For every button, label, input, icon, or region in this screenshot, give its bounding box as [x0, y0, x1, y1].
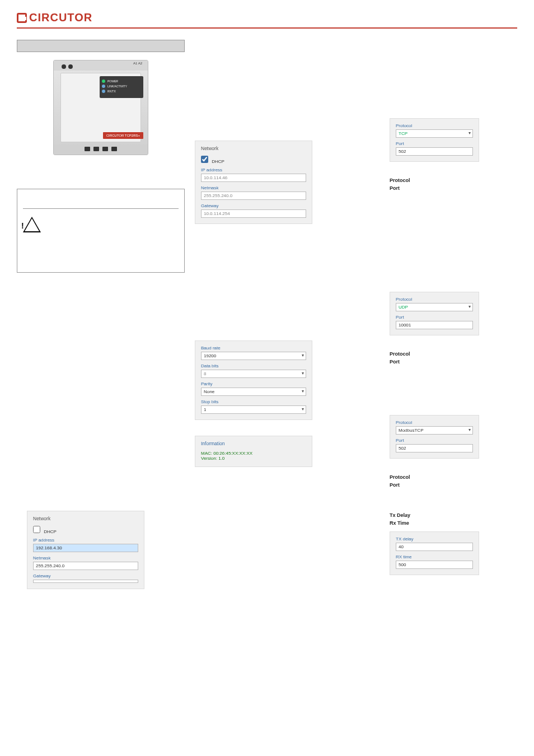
- panel-title: Information: [201, 441, 306, 446]
- information-panel: Information MAC: 00:26:45:XX:XX:XX Versi…: [195, 436, 312, 467]
- warning-exclamation-icon: !: [21, 221, 24, 230]
- version-line: Version: 1.0: [201, 456, 306, 461]
- logo-text: CIRCUTOR: [29, 11, 92, 24]
- warning-triangle-icon: [23, 217, 41, 232]
- netmask-field[interactable]: 255.255.240.0: [201, 192, 306, 200]
- protocol-panel-modbus: Protocol ModbusTCP Port 502: [390, 415, 479, 459]
- port-bold-label: Port: [390, 482, 534, 488]
- protocol-bold-label: Protocol: [390, 351, 534, 357]
- stopbits-select[interactable]: 1: [201, 405, 306, 414]
- modbus-section: Protocol ModbusTCP Port 502 Protocol Por…: [390, 415, 534, 488]
- txdelay-label: TX delay: [396, 536, 473, 542]
- led-rxtx-label: RX/TX: [107, 90, 116, 93]
- dhcp-checkbox[interactable]: [201, 156, 208, 163]
- column-middle: Network DHCP IP address 10.0.114.46 Netm…: [195, 40, 363, 605]
- warning-inner: !: [23, 208, 179, 259]
- rxtime-label: RX time: [396, 554, 473, 559]
- protocol-label: Protocol: [396, 123, 473, 128]
- ip-field[interactable]: 192.168.4.30: [33, 544, 138, 552]
- dhcp-label: DHCP: [44, 529, 57, 534]
- port-label: Port: [396, 438, 473, 443]
- netmask-field[interactable]: 255.255.240.0: [33, 562, 138, 570]
- warning-box: !: [17, 189, 185, 273]
- protocol-panel-tcp: Protocol TCP Port 502: [390, 118, 479, 162]
- rxtime-bold-label: Rx Time: [390, 520, 534, 526]
- device-illustration: A1 A2 POWER LINK/ACTIVITY RX/TX CIRCUTOR…: [53, 60, 148, 155]
- led-rxtx-dot: [102, 90, 105, 93]
- port-bold-label: Port: [390, 359, 534, 365]
- port-icon: [102, 147, 108, 151]
- gateway-field[interactable]: 10.0.114.254: [201, 209, 306, 218]
- protocol-panel-udp: Protocol UDP Port 10001: [390, 292, 479, 335]
- txdelay-field[interactable]: 40: [396, 543, 473, 551]
- led-link-dot: [102, 85, 105, 88]
- network-panel-dhcp: Network DHCP IP address 10.0.114.46 Netm…: [195, 141, 312, 224]
- protocol-select[interactable]: ModbusTCP: [396, 426, 473, 435]
- netmask-label: Netmask: [33, 556, 138, 561]
- timing-panel: TX delay 40 RX time 500: [390, 531, 479, 575]
- ip-label: IP address: [33, 538, 138, 543]
- led-link-label: LINK/ACTIVITY: [107, 85, 127, 88]
- device-led-panel: POWER LINK/ACTIVITY RX/TX: [100, 76, 143, 98]
- parity-label: Parity: [201, 381, 306, 386]
- protocol-select[interactable]: TCP: [396, 129, 473, 138]
- device-bottom-row: [54, 144, 148, 155]
- port-label: Port: [396, 141, 473, 146]
- rxtime-field[interactable]: 500: [396, 561, 473, 569]
- baud-label: Baud rate: [201, 346, 306, 351]
- protocol-label: Protocol: [396, 297, 473, 302]
- section-title-box: [17, 40, 185, 52]
- dhcp-checkbox-row[interactable]: DHCP: [201, 159, 224, 164]
- gateway-label: Gateway: [33, 573, 138, 578]
- port-bold-label: Port: [390, 185, 534, 191]
- port-icon: [111, 147, 117, 151]
- udp-section: Protocol UDP Port 10001 Protocol Port: [390, 292, 534, 365]
- protocol-bold-label: Protocol: [390, 474, 534, 480]
- baud-select[interactable]: 19200: [201, 352, 306, 360]
- serial-settings-panel: Baud rate 19200 Data bits 8 Parity None …: [195, 340, 312, 420]
- port-field[interactable]: 502: [396, 147, 473, 156]
- panel-title: Network: [33, 516, 138, 521]
- timing-section: Tx Delay Rx Time TX delay 40 RX time 500: [390, 510, 534, 591]
- mac-line: MAC: 00:26:45:XX:XX:XX: [201, 451, 306, 456]
- protocol-label: Protocol: [396, 420, 473, 425]
- port-label: Port: [396, 315, 473, 320]
- port-field[interactable]: 502: [396, 444, 473, 452]
- protocol-select[interactable]: UDP: [396, 303, 473, 311]
- dhcp-checkbox-row[interactable]: DHCP: [33, 529, 57, 534]
- parity-select[interactable]: None: [201, 388, 306, 396]
- databits-label: Data bits: [201, 363, 306, 368]
- logo-mark: [17, 13, 27, 23]
- protocol-bold-label: Protocol: [390, 178, 534, 183]
- device-brand-strip: CIRCUTOR TCP2RS+: [103, 132, 143, 139]
- led-power-dot: [102, 80, 105, 83]
- gateway-label: Gateway: [201, 203, 306, 208]
- port-field[interactable]: 10001: [396, 321, 473, 329]
- stopbits-label: Stop bits: [201, 399, 306, 404]
- txdelay-bold-label: Tx Delay: [390, 512, 534, 518]
- tcp-section: Protocol TCP Port 502 Protocol Port: [390, 118, 534, 191]
- port-icon: [93, 147, 99, 151]
- led-power-label: POWER: [107, 80, 118, 83]
- port-icon: [85, 147, 90, 151]
- netmask-label: Netmask: [201, 185, 306, 190]
- panel-title: Network: [201, 146, 306, 151]
- databits-select[interactable]: 8: [201, 370, 306, 378]
- network-panel-manual: Network DHCP IP address 192.168.4.30 Net…: [27, 511, 144, 589]
- gateway-field[interactable]: [33, 580, 138, 583]
- dhcp-checkbox[interactable]: [33, 526, 40, 533]
- ip-label: IP address: [201, 167, 306, 172]
- header: CIRCUTOR: [17, 11, 517, 29]
- device-top-row: A1 A2: [54, 60, 148, 71]
- ip-field[interactable]: 10.0.114.46: [201, 174, 306, 182]
- column-right: Protocol TCP Port 502 Protocol Port Prot…: [373, 40, 534, 605]
- dhcp-label: DHCP: [212, 159, 224, 164]
